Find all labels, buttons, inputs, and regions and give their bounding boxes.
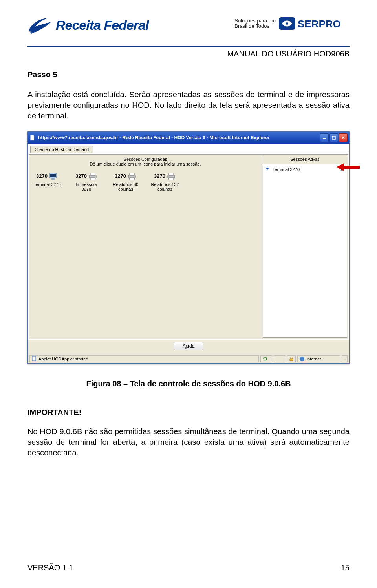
printer-icon (88, 172, 97, 181)
resize-grip-icon (342, 355, 348, 362)
letterhead: Receita Federal Soluções para um Brasil … (27, 12, 350, 47)
receita-federal-text: Receita Federal (56, 18, 148, 33)
intro-paragraph: A instalação está concluída. Serão apres… (27, 89, 350, 121)
configured-heading: Sessões Configuradas (31, 157, 260, 162)
session-icon-impressora-3270[interactable]: 3270 Impressora 3270 (72, 172, 101, 191)
status-zone-text: Internet (306, 357, 321, 361)
page-footer: VERSÃO 1.1 15 (27, 563, 350, 572)
status-zone-cell: Internet (297, 355, 340, 362)
refresh-icon (262, 356, 268, 362)
lock-icon (289, 357, 294, 361)
configured-sessions-pane: Sessões Configuradas Dê um clique duplo … (29, 154, 262, 339)
lightning-icon (265, 166, 270, 173)
session-icon-label: Relatorios 132 colunas (151, 182, 179, 191)
monitor-icon (49, 172, 58, 181)
printer-icon (167, 172, 176, 181)
help-button[interactable]: Ajuda (174, 342, 204, 350)
serpro-slogan-line1: Soluções para um (234, 18, 276, 24)
active-heading: Sessões Ativas (262, 155, 348, 163)
svg-point-1 (286, 22, 288, 25)
svg-rect-18 (32, 356, 36, 361)
status-spacer-2 (274, 355, 285, 362)
important-paragraph: No HOD 9.0.6B não são permitidas sessões… (27, 426, 350, 458)
footer-page-number: 15 (341, 563, 350, 572)
svg-rect-10 (90, 178, 95, 180)
status-text-cell: Applet HODApplet started (29, 355, 259, 362)
receita-federal-logo: Receita Federal (27, 16, 148, 35)
session-icon-label: Terminal 3270 (33, 182, 61, 187)
session-icon-relatorios-132[interactable]: 3270 Relatorios 132 colunas (151, 172, 179, 191)
hod-client-tab[interactable]: Cliente do Host On-Demand (30, 146, 93, 153)
serpro-text: SERPRO (298, 18, 341, 30)
manual-title: MANUAL DO USUÁRIO HOD906B (27, 49, 350, 58)
session-icon-label: Impressora 3270 (72, 182, 101, 191)
svg-rect-20 (290, 359, 293, 361)
svg-marker-17 (336, 163, 360, 171)
configured-subheading: Dê um clique duplo em um ícone para inic… (31, 162, 260, 166)
serpro-logo-block: Soluções para um Brasil de Todos SERPRO (234, 16, 350, 31)
svg-rect-9 (90, 173, 95, 175)
status-text: Applet HODApplet started (38, 357, 88, 361)
callout-arrow-icon (336, 163, 360, 173)
step-heading: Passo 5 (27, 70, 350, 79)
svg-rect-3 (323, 138, 326, 139)
ie-statusbar: Applet HODApplet started Internet (28, 354, 349, 363)
svg-rect-12 (130, 173, 134, 175)
serpro-slogan-line2: Brasil de Todos (234, 24, 276, 29)
svg-rect-13 (130, 178, 134, 180)
active-sessions-pane: Sessões Ativas Terminal 3270 A (262, 154, 348, 339)
serpro-icon: SERPRO (279, 16, 350, 31)
printer-icon (127, 172, 137, 181)
session-icon-label: Relatorios 80 colunas (112, 182, 140, 191)
figure-caption: Figura 08 – Tela de controle de sessões … (27, 379, 350, 388)
applet-status-icon (31, 356, 37, 362)
close-button[interactable] (339, 133, 348, 142)
minimize-button[interactable] (320, 133, 329, 142)
svg-rect-15 (169, 173, 174, 175)
active-session-item[interactable]: Terminal 3270 A (265, 166, 345, 173)
window-titlebar: https://www7.receita.fazenda.gov.br - Re… (28, 132, 349, 144)
window-title-text: https://www7.receita.fazenda.gov.br - Re… (38, 135, 320, 140)
svg-rect-7 (52, 178, 54, 180)
status-lock-cell (287, 355, 296, 362)
svg-rect-6 (50, 174, 56, 177)
svg-rect-2 (30, 135, 34, 140)
svg-rect-16 (169, 178, 174, 180)
serpro-slogan: Soluções para um Brasil de Todos (234, 18, 276, 29)
status-spacer-1 (260, 355, 272, 362)
svg-rect-4 (332, 136, 335, 139)
screenshot-ie-window: https://www7.receita.fazenda.gov.br - Re… (27, 131, 350, 364)
ie-page-icon (29, 135, 36, 141)
session-icon-relatorios-80[interactable]: 3270 Relatorios 80 colunas (112, 172, 140, 191)
active-session-name: Terminal 3270 (273, 167, 338, 172)
receita-federal-icon (27, 16, 53, 35)
globe-icon (299, 356, 305, 362)
important-heading: IMPORTANTE! (27, 408, 350, 417)
svg-marker-19 (263, 358, 264, 359)
footer-version: VERSÃO 1.1 (27, 563, 73, 572)
session-icon-terminal-3270[interactable]: 3270 Terminal 3270 (33, 172, 61, 187)
maximize-button[interactable] (329, 133, 338, 142)
